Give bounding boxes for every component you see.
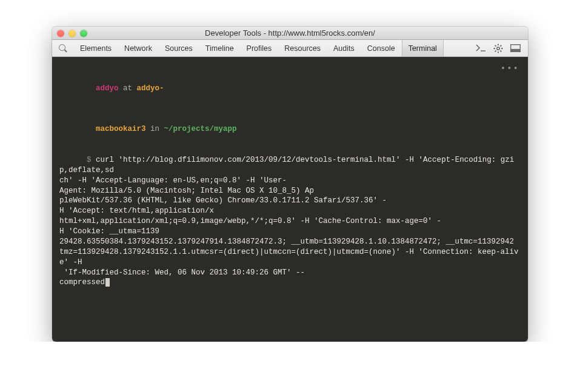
terminal-command: curl 'http://blog.dfilimonov.com/2013/09… <box>59 156 519 287</box>
more-icon[interactable]: ••• <box>501 63 519 75</box>
minimize-icon[interactable] <box>68 30 76 37</box>
prompt-dollar: $ <box>87 156 92 164</box>
show-drawer-icon[interactable] <box>476 44 487 53</box>
zoom-icon[interactable] <box>80 30 87 37</box>
toolbar: Elements Network Sources Timeline Profil… <box>52 40 528 57</box>
prompt-in: in <box>146 125 164 133</box>
svg-point-1 <box>497 47 499 49</box>
svg-line-6 <box>495 45 496 46</box>
prompt-host2: macbookair3 <box>96 125 146 133</box>
search-icon[interactable] <box>58 44 68 53</box>
tab-resources[interactable]: Resources <box>278 40 327 56</box>
tabstrip: Elements Network Sources Timeline Profil… <box>74 40 444 56</box>
tab-profiles[interactable]: Profiles <box>241 40 279 56</box>
tab-sources[interactable]: Sources <box>159 40 199 56</box>
devtools-window: Developer Tools - http://www.html5rocks.… <box>52 27 528 342</box>
tab-audits[interactable]: Audits <box>327 40 361 56</box>
traffic-lights <box>57 30 87 37</box>
toolbar-right <box>476 44 524 53</box>
cursor-icon <box>105 278 110 287</box>
svg-line-7 <box>501 50 502 51</box>
prompt-host: addyo- <box>137 84 164 93</box>
svg-line-9 <box>495 50 496 51</box>
tab-console[interactable]: Console <box>361 40 402 56</box>
tab-elements[interactable]: Elements <box>74 40 118 56</box>
close-icon[interactable] <box>57 30 64 37</box>
terminal-output: addyo at addyo- macbookair3 in ~/project… <box>59 63 521 298</box>
tab-network[interactable]: Network <box>118 40 159 56</box>
titlebar[interactable]: Developer Tools - http://www.html5rocks.… <box>52 27 528 40</box>
tab-timeline[interactable]: Timeline <box>199 40 241 56</box>
tab-terminal[interactable]: Terminal <box>402 40 444 56</box>
gear-icon[interactable] <box>493 44 504 53</box>
svg-line-8 <box>501 45 502 46</box>
terminal-panel[interactable]: ••• addyo at addyo- macbookair3 in ~/pro… <box>52 57 528 342</box>
prompt-user: addyo <box>96 84 119 93</box>
svg-rect-11 <box>510 49 520 52</box>
prompt-path: ~/projects/myapp <box>164 125 237 133</box>
prompt-at: at <box>119 84 137 93</box>
window-title: Developer Tools - http://www.html5rocks.… <box>52 28 528 38</box>
dock-icon[interactable] <box>510 44 521 53</box>
